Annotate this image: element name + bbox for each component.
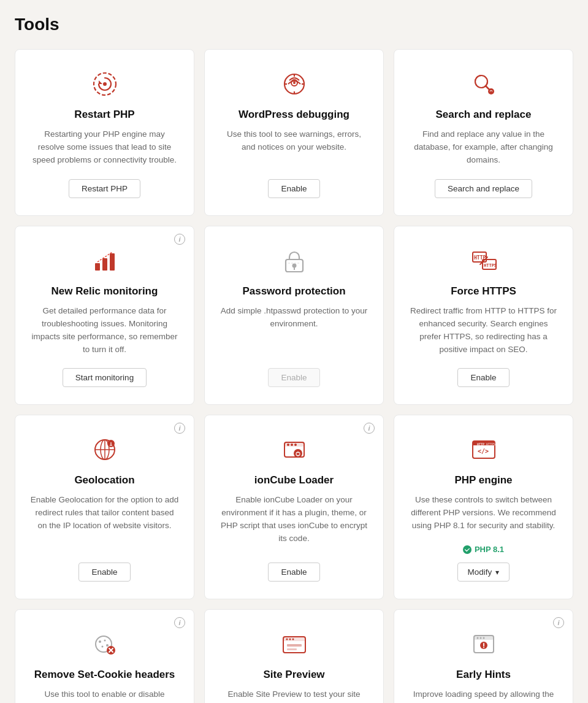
- card-force-https: HTTP HTTPS Force HTTPS Redirect traffic …: [394, 226, 573, 405]
- svg-point-59: [476, 637, 478, 639]
- svg-rect-14: [102, 258, 107, 271]
- svg-point-60: [479, 637, 481, 639]
- svg-rect-56: [287, 648, 297, 650]
- svg-text:HTTPS: HTTPS: [486, 442, 495, 446]
- early-hints-title: Early Hints: [456, 669, 511, 681]
- password-protection-button: Enable: [268, 368, 319, 387]
- svg-point-52: [286, 639, 288, 640]
- svg-point-54: [292, 639, 294, 640]
- geolocation-icon: [90, 435, 120, 464]
- svg-point-53: [289, 639, 291, 640]
- card-restart-php: Restart PHP Restarting your PHP engine m…: [15, 49, 194, 216]
- svg-point-36: [294, 449, 302, 458]
- svg-rect-15: [110, 253, 115, 271]
- wordpress-debug-icon: [280, 69, 309, 99]
- new-relic-button[interactable]: Start monitoring: [63, 368, 147, 387]
- ioncube-desc: Enable ionCube Loader on your environmen…: [220, 494, 368, 550]
- remove-cookie-title: Remove Set-Cookie headers: [34, 669, 175, 681]
- card-site-preview: Site Preview Enable Site Preview to test…: [204, 609, 384, 703]
- site-preview-icon: [280, 629, 309, 659]
- geolocation-desc: Enable Geolocation for the option to add…: [30, 494, 179, 550]
- search-replace-title: Search and replace: [436, 109, 532, 121]
- remove-cookie-desc: Use this tool to enable or disable remov…: [30, 688, 179, 703]
- search-replace-button[interactable]: Search and replace: [435, 179, 532, 198]
- password-protection-desc: Add simple .htpasswd protection to your …: [220, 305, 368, 356]
- svg-point-2: [103, 82, 107, 86]
- php-version-status: PHP 8.1: [463, 545, 504, 554]
- new-relic-info-icon[interactable]: i: [174, 234, 185, 245]
- wordpress-debugging-button[interactable]: Enable: [268, 179, 319, 198]
- ioncube-icon: [280, 435, 309, 464]
- force-https-title: Force HTTPS: [451, 285, 516, 298]
- card-php-engine: HTTP HTTPS </> PHP engine Use these cont…: [394, 415, 573, 599]
- svg-point-17: [292, 263, 296, 267]
- svg-point-44: [104, 640, 105, 642]
- svg-point-45: [101, 646, 103, 648]
- geolocation-info-icon[interactable]: i: [174, 423, 185, 434]
- https-icon: HTTP HTTPS: [469, 246, 498, 275]
- svg-point-43: [99, 640, 101, 643]
- geolocation-title: Geolocation: [74, 474, 134, 486]
- force-https-button[interactable]: Enable: [457, 368, 509, 387]
- card-search-replace: Search and replace Find and replace any …: [394, 49, 573, 216]
- wordpress-debugging-desc: Use this tool to see warnings, errors, a…: [220, 128, 368, 167]
- restart-php-button[interactable]: Restart PHP: [69, 179, 140, 198]
- card-remove-cookie: i Remove Set-Cookie headers Use this too…: [15, 609, 194, 703]
- php-engine-title: PHP engine: [454, 474, 512, 486]
- wordpress-debugging-title: WordPress debugging: [239, 109, 349, 121]
- card-password-protection: Password protection Add simple .htpasswd…: [204, 226, 384, 405]
- card-new-relic: i New Relic monitoring Get detailed perf…: [15, 226, 194, 405]
- svg-text:</>: </>: [478, 448, 489, 455]
- svg-point-64: [483, 647, 484, 648]
- password-icon: [280, 246, 309, 275]
- svg-point-35: [294, 444, 297, 446]
- svg-point-5: [293, 82, 296, 84]
- php-dot-icon: [463, 545, 472, 554]
- card-wordpress-debugging: WordPress debugging Use this tool to see…: [204, 49, 384, 216]
- new-relic-title: New Relic monitoring: [52, 285, 158, 298]
- card-ioncube: i ionCube Loader Enable ionCube Loader o…: [204, 415, 384, 599]
- php-engine-icon: HTTP HTTPS </>: [469, 435, 498, 464]
- svg-rect-55: [287, 644, 302, 647]
- password-protection-title: Password protection: [242, 285, 345, 298]
- page-title: Tools: [15, 15, 573, 34]
- restart-php-desc: Restarting your PHP engine may resolve s…: [30, 128, 179, 167]
- new-relic-desc: Get detailed performance data for troubl…: [30, 305, 179, 356]
- svg-rect-13: [95, 263, 100, 271]
- svg-marker-1: [99, 80, 102, 84]
- site-preview-desc: Enable Site Preview to test your site be…: [220, 688, 368, 703]
- early-hints-info-icon[interactable]: i: [553, 617, 564, 628]
- restart-php-title: Restart PHP: [74, 109, 134, 121]
- card-early-hints: i Early Hints Improve loading speed by a…: [394, 609, 573, 703]
- svg-point-12: [488, 88, 494, 94]
- restart-php-icon: [90, 69, 120, 99]
- ioncube-info-icon[interactable]: i: [364, 423, 375, 434]
- new-relic-icon: [90, 246, 120, 275]
- svg-point-46: [106, 644, 109, 647]
- early-hints-desc: Improve loading speed by allowing the br…: [409, 688, 558, 703]
- svg-point-33: [287, 444, 289, 446]
- svg-text:HTTP: HTTP: [477, 442, 484, 446]
- ioncube-button[interactable]: Enable: [268, 563, 319, 582]
- php-engine-desc: Use these controls to switch between dif…: [409, 494, 558, 532]
- card-geolocation: i Geolocation Enable Geolocation for the…: [15, 415, 194, 599]
- remove-cookie-info-icon[interactable]: i: [174, 617, 185, 628]
- search-replace-desc: Find and replace any value in the databa…: [409, 128, 558, 167]
- geolocation-button[interactable]: Enable: [78, 563, 130, 582]
- force-https-desc: Redirect traffic from HTTP to HTTPS for …: [409, 305, 558, 356]
- svg-point-34: [291, 444, 293, 446]
- search-replace-icon: [469, 69, 498, 99]
- ioncube-title: ionCube Loader: [254, 474, 334, 486]
- svg-point-61: [483, 637, 484, 639]
- early-hints-icon: [469, 629, 498, 659]
- tools-grid: Restart PHP Restarting your PHP engine m…: [15, 49, 573, 703]
- php-engine-modify-button[interactable]: Modify: [457, 563, 510, 582]
- svg-text:HTTPS: HTTPS: [484, 263, 497, 268]
- remove-cookie-icon: [90, 629, 120, 659]
- site-preview-title: Site Preview: [263, 669, 324, 681]
